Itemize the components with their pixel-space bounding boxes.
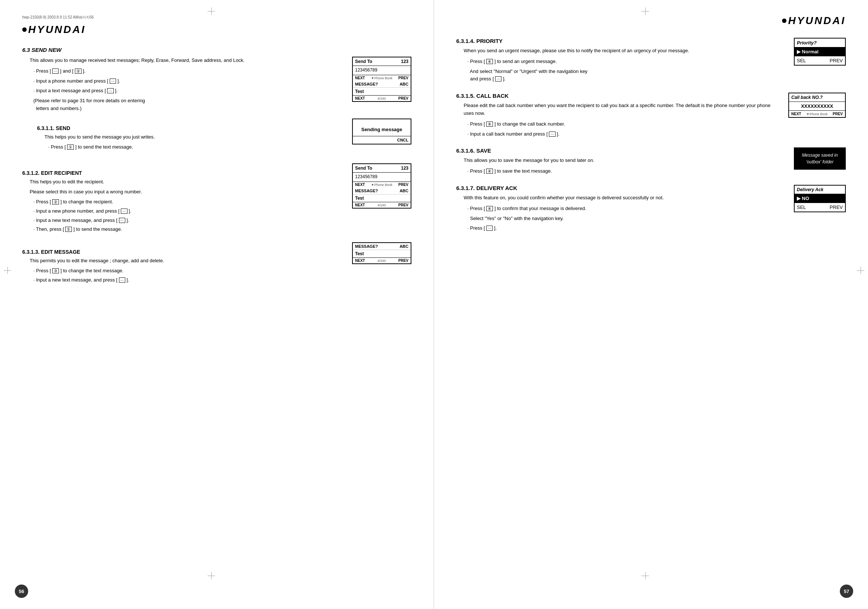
sub613-body: This permits you to edit the message ; c… — [29, 257, 345, 265]
sub616-body: This allows you to save the message for … — [463, 157, 786, 164]
msg2-prev: PREV — [398, 203, 408, 207]
crosshair-mid-right — [857, 267, 864, 274]
send-to2-phone: 123456789 — [353, 173, 411, 181]
msg2-next: NEXT — [355, 203, 365, 207]
msg2-abc: ABC — [400, 189, 408, 193]
send-to-screen-2: Send To 123 123456789 NEXT ▼Phone Book P… — [352, 163, 411, 209]
msg3-prev: PREV — [398, 258, 408, 263]
send-to-next: NEXT — [355, 76, 365, 80]
bullet-2: · Input a phone number and press [ ··· ]… — [33, 77, 345, 85]
msg1-abc: ABC — [400, 82, 408, 86]
delivery-prev: PREV — [830, 204, 843, 210]
sub612-body2: Please select this in case you input a w… — [29, 188, 345, 196]
sub613-title: 6.3.1.3. EDIT MESSAGE — [22, 249, 345, 255]
crosshair-top-right — [642, 8, 649, 15]
header-right: HYUNDAI — [456, 15, 846, 27]
priority-header: Priority? — [795, 39, 845, 48]
priority-screen: Priority? ▶ Normal SEL PREV — [794, 38, 846, 66]
sub611-body: This helps you to send the message you j… — [45, 133, 345, 141]
message-screen-3: MESSAGE? ABC Test NEXT 4/160 PREV — [352, 242, 411, 264]
logo-left: HYUNDAI — [28, 24, 86, 36]
send-to-label: Send To — [355, 59, 372, 64]
send-to-prev: PREV — [398, 76, 408, 80]
sending-text: Sending message — [353, 119, 411, 136]
delivery-sel: SEL — [797, 204, 806, 210]
msg3-count: 4/160 — [377, 259, 386, 263]
sub613-b1: · Press [ ③ ] to change the text message… — [33, 267, 345, 275]
sub614-title: 6.3.1.4. PRIORITY — [456, 38, 786, 44]
callback-header: Call back NO.? — [789, 93, 845, 102]
sub612-b3: · Input a new text message, and press [ … — [33, 217, 345, 224]
sub611-bullet: · Press [ ① ] to send the text message. — [48, 143, 345, 151]
sub617-title: 6.3.1.7. DELIVERY ACK — [456, 185, 786, 191]
sub614-b1: · Press [ ④ ] to send an urgent message. — [467, 58, 786, 66]
msg1-prev: PREV — [398, 96, 408, 100]
sub612-b1: · Press [ ② ] to change the recipient. — [33, 198, 345, 206]
sub615-body: Please edit the call back number when yo… — [463, 102, 781, 117]
sub614-body: When you send an urgent message, please … — [463, 47, 786, 55]
sub615-title: 6.3.1.5. CALL BACK — [456, 93, 781, 99]
file-meta: hwp-2150(8-9) 2003.8.9 11:52 AM페이지56 — [22, 15, 411, 20]
send-to-number: 123 — [401, 59, 408, 64]
sub617-b3: · Press [ ··· ]. — [467, 224, 786, 232]
sub616-b1: · Press [ ④ ] to save the text message. — [467, 167, 786, 175]
send-to2-number: 123 — [401, 165, 408, 171]
callback-next: NEXT — [791, 112, 801, 116]
sub617-body: With this feature on, you could confirm … — [463, 194, 786, 202]
intro-text: This allows you to manage received text … — [29, 57, 345, 65]
header-left: HYUNDAI — [22, 24, 411, 36]
msg2-test: Test — [353, 195, 411, 202]
msg3-label: MESSAGE? — [355, 244, 378, 249]
msg1-next: NEXT — [355, 96, 365, 100]
send-to2-phonebook: ▼Phone Book — [371, 183, 392, 187]
send-to-phonebook: ▼Phone Book — [371, 76, 392, 80]
crosshair-top-left — [208, 8, 215, 15]
delivery-header: Delivery Ack — [795, 185, 845, 194]
send-to-screen-1: Send To 123 123456789 NEXT ▼Phone Book P… — [352, 57, 411, 102]
sub612-body1: This helps you to edit the recipient. — [29, 178, 345, 186]
callback-screen: Call back NO.? XXXXXXXXXX NEXT ▼Phone Bo… — [788, 93, 846, 118]
callback-body: XXXXXXXXXX — [789, 102, 845, 110]
sub617-b2: Select "Yes" or "No" with the navigation… — [467, 215, 786, 223]
send-to2-label: Send To — [355, 165, 372, 171]
msg3-abc: ABC — [400, 244, 408, 249]
sub612-b2: · Input a new phone number, and press [ … — [33, 207, 345, 215]
sending-cncl: CNCL — [397, 138, 408, 142]
sub616-title: 6.3.1.6. SAVE — [456, 147, 786, 154]
sub617-b1: · Press [ ④ ] to confirm that your messa… — [467, 205, 786, 213]
send-to-phone: 123456789 — [353, 66, 411, 75]
callback-prev: PREV — [833, 112, 843, 116]
sub615-b1: · Press [ ④ ] to change the call back nu… — [467, 121, 781, 128]
crosshair-bottom-left — [208, 572, 215, 580]
sending-screen: Sending message CNCL — [352, 119, 411, 144]
bullet-4: (Please refer to page 31 for more detail… — [33, 97, 345, 113]
msg-saved-screen: Message saved in 'outbox' folder — [794, 147, 846, 170]
logo-right: HYUNDAI — [788, 15, 846, 27]
msg1-test: Test — [353, 88, 411, 95]
page-number-right: 57 — [840, 584, 853, 598]
priority-sel: SEL — [797, 58, 806, 63]
delivery-body: ▶ NO — [795, 194, 845, 202]
callback-phonebook: ▼Phone Book — [806, 112, 828, 116]
priority-prev: PREV — [830, 58, 843, 63]
msg-saved-text: Message saved in 'outbox' folder — [795, 148, 845, 169]
sub612-title: 6.3.1.2. EDIT RECIPIENT — [22, 170, 345, 176]
send-to2-next: NEXT — [355, 182, 365, 187]
sub611-title: 6.3.1.1. SEND — [37, 125, 345, 131]
sub615-b2: · Input a call back number and press [ ·… — [467, 130, 781, 138]
msg2-count: 4/160 — [377, 203, 386, 207]
msg2-label: MESSAGE? — [355, 189, 378, 193]
msg3-next: NEXT — [355, 258, 365, 263]
logo-dot-right — [782, 19, 786, 23]
send-to2-prev: PREV — [398, 182, 408, 187]
page-number-left: 56 — [15, 584, 28, 598]
msg1-count: 4/160 — [377, 97, 386, 100]
sub614-b2: And select "Normal" or "Urgent" with the… — [467, 68, 786, 83]
logo-dot-left — [22, 28, 27, 32]
msg1-label: MESSAGE? — [355, 82, 378, 86]
delivery-screen: Delivery Ack ▶ NO SEL PREV — [794, 185, 846, 212]
sub613-b2: · Input a new text message, and press [ … — [33, 276, 345, 284]
msg3-test: Test — [353, 250, 411, 257]
sub612-b4: · Then, press [ ① ] to send the message. — [33, 226, 345, 233]
bullet-1: · Press [ ··· ] and [ ② ]. — [33, 67, 345, 75]
